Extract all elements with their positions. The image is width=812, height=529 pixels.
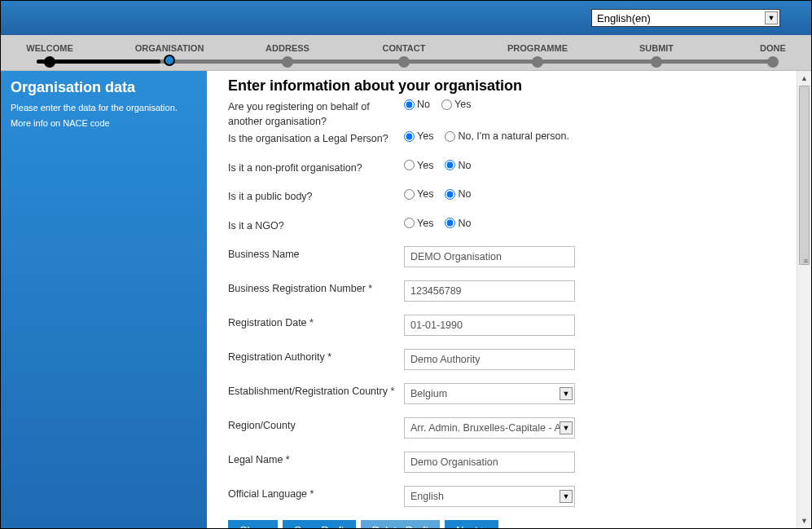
on-behalf-yes[interactable]: Yes (441, 99, 471, 110)
content-area: Organisation data Please enter the data … (1, 71, 811, 528)
step-dot-submit (651, 56, 662, 68)
action-bar: Close Save Draft Delete Draft Next > (228, 520, 777, 528)
topbar: English(en) ▼ (1, 1, 811, 35)
save-draft-button[interactable]: Save Draft (283, 520, 355, 528)
country-select[interactable]: Belgium ▼ (404, 383, 575, 404)
step-dot-done (767, 56, 779, 68)
ngo-label: Is it a NGO? (228, 218, 404, 234)
non-profit-label: Is it a non-profit organisation? (228, 160, 404, 176)
on-behalf-yes-radio[interactable] (441, 99, 452, 110)
field-legal-name: Legal Name * (228, 452, 777, 473)
chevron-down-icon: ▼ (765, 11, 778, 24)
public-body-yes-radio[interactable] (404, 189, 415, 200)
public-body-label: Is it a public body? (228, 188, 404, 205)
official-language-select-value: English (410, 491, 444, 502)
ngo-yes[interactable]: Yes (404, 218, 433, 229)
region-select-value: Arr. Admin. Bruxelles-Capitale - A (410, 422, 560, 434)
step-dot-contact (398, 56, 410, 68)
field-country: Establishment/Registration Country * Bel… (228, 383, 777, 404)
field-official-language: Official Language * English ▼ (228, 486, 777, 507)
sidebar-title: Organisation data (11, 79, 197, 96)
scroll-up-icon[interactable]: ▲ (797, 71, 811, 86)
wizard-stepper: WELCOME ORGANISATION ADDRESS CONTACT PRO… (1, 35, 811, 71)
app-frame: English(en) ▼ WELCOME ORGANISATION ADDRE… (0, 0, 812, 529)
chevron-down-icon: ▼ (560, 490, 573, 503)
reg-authority-label: Registration Authority * (228, 349, 404, 365)
reg-date-input[interactable] (404, 315, 575, 336)
step-dot-organisation (164, 55, 175, 66)
field-non-profit: Is it a non-profit organisation? Yes No (228, 160, 777, 176)
legal-name-input[interactable] (404, 452, 575, 473)
step-label-submit: SUBMIT (639, 43, 674, 53)
official-language-label: Official Language * (228, 486, 404, 502)
non-profit-yes[interactable]: Yes (404, 160, 433, 171)
field-public-body: Is it a public body? Yes No (228, 188, 777, 205)
reg-number-input[interactable] (404, 280, 575, 302)
official-language-select[interactable]: English ▼ (404, 486, 575, 507)
reg-authority-input[interactable] (404, 349, 575, 370)
step-label-contact: CONTACT (383, 43, 426, 53)
field-reg-authority: Registration Authority * (228, 349, 777, 370)
on-behalf-no[interactable]: No (404, 99, 430, 110)
scroll-down-icon[interactable]: ▼ (797, 514, 811, 528)
public-body-no-radio[interactable] (445, 189, 455, 200)
close-button[interactable]: Close (228, 520, 278, 528)
on-behalf-no-radio[interactable] (404, 99, 415, 110)
public-body-no[interactable]: No (445, 188, 471, 200)
non-profit-no[interactable]: No (445, 160, 471, 171)
region-label: Region/County (228, 417, 404, 434)
step-dot-welcome (44, 56, 55, 68)
nace-code-link[interactable]: More info on NACE code (11, 118, 110, 128)
legal-person-no[interactable]: No, I'm a natural person. (445, 130, 568, 142)
step-dot-address (282, 56, 293, 68)
legal-person-yes-radio[interactable] (404, 131, 415, 142)
legal-person-no-radio[interactable] (445, 131, 455, 142)
reg-date-label: Registration Date * (228, 315, 404, 331)
step-label-address: ADDRESS (266, 43, 309, 53)
sidebar: Organisation data Please enter the data … (1, 71, 207, 528)
on-behalf-label: Are you registering on behalf of another… (228, 99, 404, 129)
field-on-behalf: Are you registering on behalf of another… (228, 99, 777, 129)
main-panel: Enter information about your organisatio… (207, 71, 811, 528)
ngo-no[interactable]: No (445, 218, 471, 229)
step-label-programme: PROGRAMME (507, 43, 568, 53)
step-label-done: DONE (760, 43, 786, 53)
next-button[interactable]: Next > (445, 520, 498, 528)
step-dot-programme (532, 56, 543, 68)
business-name-label: Business Name (228, 246, 404, 262)
non-profit-no-radio[interactable] (445, 160, 455, 170)
scroll-tick: ≡ (804, 257, 808, 265)
business-name-input[interactable] (404, 246, 575, 267)
field-region: Region/County Arr. Admin. Bruxelles-Capi… (228, 417, 777, 439)
step-label-welcome: WELCOME (26, 43, 72, 53)
scroll-track[interactable]: ≡ (797, 86, 811, 514)
sidebar-text: Please enter the data for the organisati… (11, 101, 197, 115)
field-business-name: Business Name (228, 246, 777, 267)
language-selector-value: English(en) (597, 12, 651, 24)
ngo-yes-radio[interactable] (404, 218, 415, 228)
legal-person-yes[interactable]: Yes (404, 130, 433, 142)
step-label-organisation: ORGANISATION (135, 43, 204, 53)
non-profit-yes-radio[interactable] (404, 160, 415, 170)
ngo-no-radio[interactable] (445, 218, 455, 228)
delete-draft-button[interactable]: Delete Draft (361, 520, 440, 528)
field-reg-date: Registration Date * (228, 315, 777, 336)
chevron-down-icon: ▼ (560, 421, 573, 434)
reg-number-label: Business Registration Number * (228, 280, 404, 297)
language-selector[interactable]: English(en) ▼ (591, 9, 780, 27)
vertical-scrollbar[interactable]: ▲ ≡ ▼ (797, 71, 811, 528)
public-body-yes[interactable]: Yes (404, 188, 433, 200)
region-select[interactable]: Arr. Admin. Bruxelles-Capitale - A ▼ (404, 417, 575, 439)
scroll-thumb[interactable] (799, 86, 810, 265)
chevron-down-icon: ▼ (560, 387, 573, 400)
country-label: Establishment/Registration Country * (228, 383, 404, 399)
legal-person-label: Is the organisation a Legal Person? (228, 130, 404, 147)
field-legal-person: Is the organisation a Legal Person? Yes … (228, 130, 777, 147)
page-title: Enter information about your organisatio… (228, 77, 777, 95)
country-select-value: Belgium (410, 388, 447, 399)
field-ngo: Is it a NGO? Yes No (228, 218, 777, 234)
legal-name-label: Legal Name * (228, 452, 404, 468)
field-reg-number: Business Registration Number * (228, 280, 777, 302)
